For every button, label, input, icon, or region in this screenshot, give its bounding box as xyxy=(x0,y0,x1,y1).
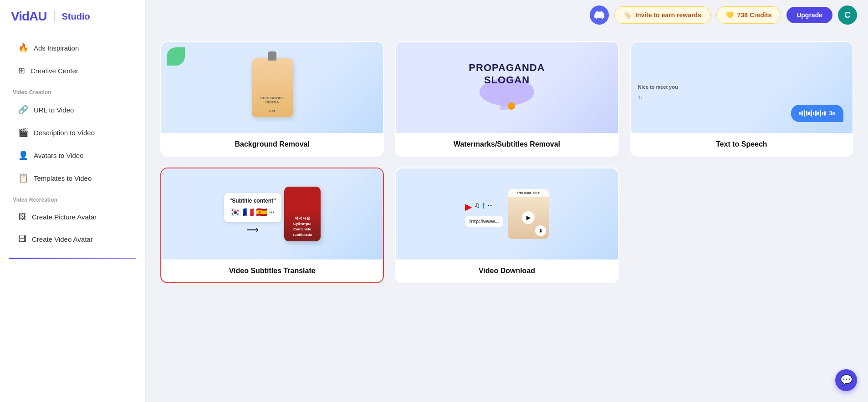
sidebar-item-label: Description to Video xyxy=(34,129,95,137)
header: 🏷️ Invite to earn rewards 💛 738 Credits … xyxy=(146,0,868,30)
sidebar-accent-line xyxy=(9,258,136,259)
main-area: 🏷️ Invite to earn rewards 💛 738 Credits … xyxy=(146,0,868,402)
tts-bubble: 3s xyxy=(791,105,843,122)
sidebar-item-url-to-video[interactable]: 🔗 URL to Video xyxy=(5,99,140,120)
sidebar-item-avatars-to-video[interactable]: 👤 Avatars to Video xyxy=(5,145,140,166)
watermark-text-line2: SLOGAN xyxy=(469,74,545,86)
logo-divider xyxy=(54,10,55,23)
picture-icon: 🖼 xyxy=(18,212,26,222)
video-dl-url: http://www... xyxy=(465,216,504,227)
chat-button[interactable]: 💬 xyxy=(835,369,857,391)
leaf-decoration xyxy=(167,47,185,66)
tts-number: 1↑ xyxy=(631,95,643,100)
fire-icon: 🔥 xyxy=(18,43,28,53)
sidebar-item-label: Creative Center xyxy=(31,67,78,75)
card-video-download[interactable]: ▶ ♫ f ··· http://www... Product Title ▶ … xyxy=(395,168,618,283)
avatar-icon: 👤 xyxy=(18,150,28,160)
camera-icon: 🎬 xyxy=(18,127,28,137)
bottle-illustration: CCUSIATORECERTIACer xyxy=(252,58,293,117)
invite-icon: 🏷️ xyxy=(624,11,632,19)
link-icon: 🔗 xyxy=(18,105,28,115)
card-label-subtitles: Video Subtitles Translate xyxy=(161,260,383,282)
card-label-tts: Text to Speech xyxy=(631,133,853,156)
play-icon: ▶ xyxy=(522,211,535,224)
card-background-removal[interactable]: CCUSIATORECERTIACer Background Removal xyxy=(160,41,384,157)
logo-app: Studio xyxy=(62,11,90,22)
video-dl-product-title: Product Title xyxy=(508,189,549,197)
sidebar-item-label: Create Video Avatar xyxy=(32,235,93,243)
logo-area: VidAU Studio xyxy=(0,9,145,36)
youtube-icon: ▶ xyxy=(465,201,472,212)
sidebar-item-creative-center[interactable]: ⊞ Creative Center xyxy=(5,60,140,81)
sidebar-item-templates-to-video[interactable]: 📋 Templates to Video xyxy=(5,168,140,188)
card-label-watermarks: Watermarks/Subtitles Removal xyxy=(396,133,618,156)
credits-button[interactable]: 💛 738 Credits xyxy=(716,6,781,24)
video-dl-left: ▶ ♫ f ··· http://www... xyxy=(465,201,504,227)
sidebar-item-label: Ads Inspiration xyxy=(34,44,79,52)
subtitle-label: "Subtitle content" xyxy=(230,198,276,204)
card-preview-tts: Nice to meet you 1↑ 3s xyxy=(631,42,853,133)
sidebar-item-label: Templates to Video xyxy=(34,174,92,182)
video-recreation-section-label: Video Recreation xyxy=(0,189,145,206)
subtitle-arrow: ⟶ xyxy=(224,225,281,235)
video-dl-thumbnail: Product Title ▶ ⬇ xyxy=(508,189,549,239)
sidebar-item-label: URL to Video xyxy=(34,106,74,114)
card-preview-watermarks: PROPAGANDA SLOGAN xyxy=(396,42,618,133)
subtitle-content: "Subtitle content" 🇰🇷 🇫🇷 🇪🇸 ··· ⟶ xyxy=(224,187,321,241)
card-video-subtitles[interactable]: "Subtitle content" 🇰🇷 🇫🇷 🇪🇸 ··· ⟶ xyxy=(160,168,384,283)
card-watermarks-removal[interactable]: PROPAGANDA SLOGAN Watermarks/Subtitles R… xyxy=(395,41,618,157)
sidebar-item-create-picture-avatar[interactable]: 🖼 Create Picture Avatar xyxy=(5,207,140,227)
card-preview-bg-removal: CCUSIATORECERTIACer xyxy=(161,42,383,133)
card-label-bg-removal: Background Removal xyxy=(161,133,383,156)
video-creation-section-label: Video Creation xyxy=(0,82,145,98)
sidebar: VidAU Studio 🔥 Ads Inspiration ⊞ Creativ… xyxy=(0,0,146,402)
logo-brand: VidAU xyxy=(11,9,47,24)
credits-label: 738 Credits xyxy=(737,11,771,19)
cards-grid: CCUSIATORECERTIACer Background Removal P… xyxy=(160,41,853,283)
grid-icon: ⊞ xyxy=(18,66,25,76)
watermark-text-line1: PROPAGANDA xyxy=(469,62,545,74)
sidebar-item-ads-inspiration[interactable]: 🔥 Ads Inspiration xyxy=(5,37,140,58)
card-text-to-speech[interactable]: Nice to meet you 1↑ 3s Text to Speech xyxy=(630,41,853,157)
user-avatar[interactable]: C xyxy=(838,5,857,25)
video-dl-logos: ▶ ♫ f ··· xyxy=(465,201,504,212)
template-icon: 📋 xyxy=(18,173,28,183)
invite-label: Invite to earn rewards xyxy=(635,11,701,19)
flag-es: 🇪🇸 xyxy=(256,207,267,218)
video-icon: 🎞 xyxy=(18,234,26,244)
card-preview-subtitles: "Subtitle content" 🇰🇷 🇫🇷 🇪🇸 ··· ⟶ xyxy=(161,168,383,260)
ellipsis: ··· xyxy=(269,209,275,216)
subtitle-flags: 🇰🇷 🇫🇷 🇪🇸 ··· xyxy=(230,207,276,218)
facebook-icon: f xyxy=(483,201,485,212)
sidebar-item-create-video-avatar[interactable]: 🎞 Create Video Avatar xyxy=(5,229,140,249)
card-label-video-dl: Video Download xyxy=(396,260,618,282)
tts-wave xyxy=(799,110,826,117)
discord-button[interactable] xyxy=(590,5,609,25)
subtitle-phone: 자막 내용СубтитрыContenidosubtitulado xyxy=(284,187,321,241)
tts-top-text: Nice to meet you xyxy=(631,78,678,91)
more-icon: ··· xyxy=(488,201,493,212)
content-area: CCUSIATORECERTIACer Background Removal P… xyxy=(146,30,868,402)
sidebar-item-label: Avatars to Video xyxy=(34,152,84,159)
download-icon: ⬇ xyxy=(535,225,546,236)
avatar-letter: C xyxy=(845,10,851,20)
flag-fr: 🇫🇷 xyxy=(243,207,254,218)
flag-kr: 🇰🇷 xyxy=(230,207,241,218)
sidebar-item-description-to-video[interactable]: 🎬 Description to Video xyxy=(5,122,140,143)
upgrade-button[interactable]: Upgrade xyxy=(786,7,832,23)
subtitle-content-box: "Subtitle content" 🇰🇷 🇫🇷 🇪🇸 ··· xyxy=(224,193,281,222)
upgrade-label: Upgrade xyxy=(797,11,822,19)
credits-icon: 💛 xyxy=(726,11,734,19)
card-preview-video-dl: ▶ ♫ f ··· http://www... Product Title ▶ … xyxy=(396,168,618,260)
svg-rect-0 xyxy=(500,97,510,110)
subtitle-left: "Subtitle content" 🇰🇷 🇫🇷 🇪🇸 ··· ⟶ xyxy=(224,193,281,235)
invite-button[interactable]: 🏷️ Invite to earn rewards xyxy=(614,6,711,24)
svg-point-1 xyxy=(508,102,515,110)
tiktok-icon: ♫ xyxy=(475,201,480,212)
sidebar-item-label: Create Picture Avatar xyxy=(32,213,97,221)
tts-time: 3s xyxy=(829,110,835,117)
